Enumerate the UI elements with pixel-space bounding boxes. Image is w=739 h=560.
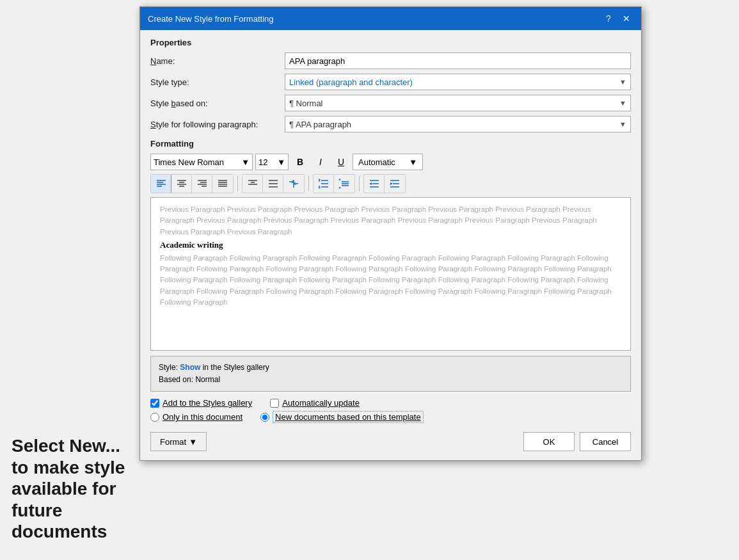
spacing-group <box>313 174 355 193</box>
align-left-icon <box>156 179 166 188</box>
formatting-header: Formatting <box>150 139 631 148</box>
style-following-select[interactable]: APA paragraph ▼ <box>285 116 631 132</box>
italic-button[interactable]: I <box>312 154 330 170</box>
properties-section: Properties Name: Style type: Linked (par… <box>150 38 631 132</box>
style-based-select[interactable]: Normal ▼ <box>285 95 631 111</box>
style-based-value-container: Normal ▼ <box>285 95 631 111</box>
bold-button[interactable]: B <box>291 154 309 170</box>
style-info-line2: Based on: Normal <box>159 374 623 386</box>
preview-current-text: Academic writing <box>160 240 621 250</box>
preview-box: Previous Paragraph Previous Paragraph Pr… <box>150 197 631 351</box>
close-button[interactable]: ✕ <box>619 12 633 26</box>
distribute-left-button[interactable] <box>242 175 263 193</box>
toolbar-separator-1 <box>237 176 238 191</box>
line-spacing-increase-icon <box>318 178 330 189</box>
align-extra-group <box>242 174 305 193</box>
indent-decrease-icon <box>369 178 380 189</box>
style-info-show: Show <box>180 363 200 372</box>
style-following-label: Style for following paragraph: <box>150 120 285 129</box>
auto-update-label[interactable]: Automatically update <box>270 398 360 408</box>
name-label: Name: <box>150 56 285 66</box>
align-center-button[interactable] <box>171 175 192 193</box>
distribute-right-icon <box>289 179 299 188</box>
name-row: Name: <box>150 52 631 69</box>
font-chevron-icon: ▼ <box>241 157 250 167</box>
font-size: 12 <box>258 157 267 167</box>
font-size-select[interactable]: 12 ▼ <box>255 154 289 170</box>
preview-previous-text: Previous Paragraph Previous Paragraph Pr… <box>160 204 621 237</box>
distribute-right-button[interactable] <box>283 175 304 193</box>
align-center-icon <box>177 179 187 188</box>
ok-cancel-group: OK Cancel <box>523 432 631 451</box>
style-info-line1: Style: Show in the Styles gallery <box>159 362 623 374</box>
toolbar-separator-2 <box>308 176 309 191</box>
only-doc-label[interactable]: Only in this document <box>150 412 242 422</box>
color-chevron-icon: ▼ <box>409 157 417 167</box>
font-select[interactable]: Times New Roman ▼ <box>150 154 253 170</box>
align-left-button[interactable] <box>151 175 171 193</box>
style-type-select[interactable]: Linked (paragraph and character) ▼ <box>285 74 631 90</box>
dialog-title: Create New Style from Formatting <box>148 14 274 24</box>
new-docs-radio[interactable] <box>260 413 269 422</box>
dialog-titlebar: Create New Style from Formatting ? ✕ <box>140 7 641 30</box>
auto-update-checkbox[interactable] <box>270 399 279 408</box>
auto-update-label-text: Automatically update <box>282 398 360 408</box>
chevron-down-icon: ▼ <box>619 99 626 107</box>
alignment-group <box>150 174 234 193</box>
align-justify-icon <box>218 179 228 188</box>
bottom-row: Format ▼ OK Cancel <box>150 429 631 451</box>
help-button[interactable]: ? <box>601 12 616 26</box>
formatting-toolbar-row1: Times New Roman ▼ 12 ▼ B I U Automatic ▼ <box>150 154 631 170</box>
style-type-text: Linked (paragraph and character) <box>289 77 413 87</box>
style-based-label: Style based on: <box>150 99 285 108</box>
align-right-icon <box>197 179 207 188</box>
sidebar-instruction: Select New... to make style available fo… <box>12 435 136 543</box>
align-justify-button[interactable] <box>212 175 233 193</box>
name-input[interactable] <box>285 52 631 69</box>
option-row-1: Add to the Styles gallery Automatically … <box>150 398 631 408</box>
chevron-down-icon: ▼ <box>619 120 626 128</box>
dialog-body: Properties Name: Style type: Linked (par… <box>140 30 641 460</box>
new-docs-label-text: New documents based on this template <box>273 411 424 423</box>
style-type-row: Style type: Linked (paragraph and charac… <box>150 74 631 90</box>
indent-group <box>363 174 406 193</box>
style-following-text: APA paragraph <box>289 120 351 129</box>
add-gallery-label-text: Add to the Styles gallery <box>163 398 252 408</box>
distribute-center-button[interactable] <box>263 175 283 193</box>
line-spacing-decrease-button[interactable] <box>334 175 354 193</box>
ok-button[interactable]: OK <box>523 432 575 451</box>
add-gallery-checkbox[interactable] <box>150 399 159 408</box>
color-select[interactable]: Automatic ▼ <box>353 154 423 170</box>
format-button[interactable]: Format ▼ <box>150 432 207 451</box>
chevron-down-icon: ▼ <box>619 78 626 86</box>
dialog-create-style: Create New Style from Formatting ? ✕ Pro… <box>139 6 642 461</box>
align-right-button[interactable] <box>192 175 212 193</box>
style-following-row: Style for following paragraph: APA parag… <box>150 116 631 132</box>
formatting-section: Formatting Times New Roman ▼ 12 ▼ B I U … <box>150 139 631 392</box>
options-section: Add to the Styles gallery Automatically … <box>150 398 631 423</box>
color-label: Automatic <box>358 157 395 167</box>
format-dropdown-icon: ▼ <box>189 437 197 447</box>
add-gallery-label[interactable]: Add to the Styles gallery <box>150 398 252 408</box>
distribute-center-icon <box>268 179 278 188</box>
style-type-label: Style type: <box>150 77 285 87</box>
indent-decrease-button[interactable] <box>364 175 385 193</box>
style-info-box: Style: Show in the Styles gallery Based … <box>150 356 631 392</box>
cancel-button[interactable]: Cancel <box>580 432 631 451</box>
size-chevron-icon: ▼ <box>277 157 285 167</box>
only-doc-radio[interactable] <box>150 413 159 422</box>
style-type-value-container: Linked (paragraph and character) ▼ <box>285 74 631 90</box>
toolbar-separator-3 <box>359 176 360 191</box>
style-following-value-container: APA paragraph ▼ <box>285 116 631 132</box>
format-button-label: Format <box>160 437 186 447</box>
indent-increase-button[interactable] <box>385 175 405 193</box>
line-spacing-decrease-icon <box>338 178 350 189</box>
new-docs-label[interactable]: New documents based on this template <box>260 411 424 423</box>
underline-button[interactable]: U <box>332 154 350 170</box>
line-spacing-increase-button[interactable] <box>314 175 334 193</box>
formatting-toolbar-row2 <box>150 174 631 193</box>
style-based-row: Style based on: Normal ▼ <box>150 95 631 111</box>
distribute-left-icon <box>248 179 258 188</box>
option-row-2: Only in this document New documents base… <box>150 411 631 423</box>
font-name: Times New Roman <box>154 157 224 167</box>
